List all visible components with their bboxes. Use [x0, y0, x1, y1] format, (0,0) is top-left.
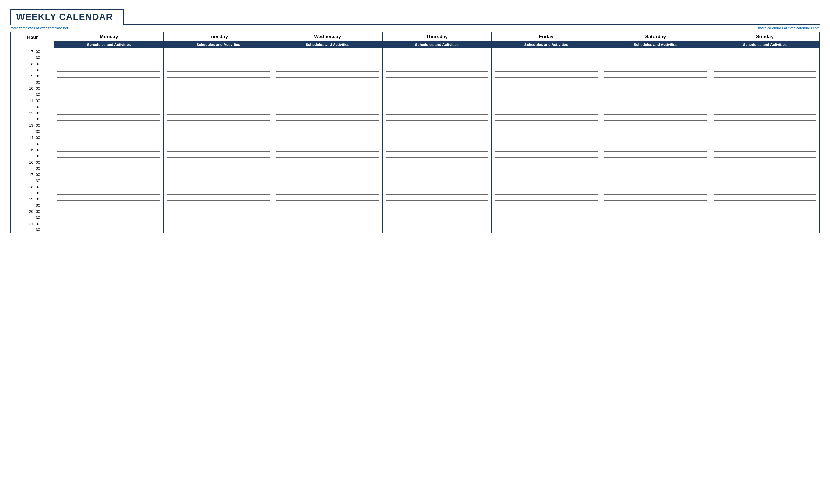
schedule-slot[interactable]: [273, 177, 382, 183]
schedule-slot[interactable]: [54, 140, 163, 147]
schedule-slot[interactable]: [710, 54, 820, 61]
schedule-slot[interactable]: [164, 202, 273, 208]
schedule-slot[interactable]: [710, 177, 820, 183]
schedule-slot[interactable]: [382, 147, 491, 153]
schedule-slot[interactable]: [491, 190, 601, 196]
schedule-slot[interactable]: [491, 196, 601, 202]
schedule-slot[interactable]: [164, 140, 273, 147]
schedule-slot[interactable]: [491, 91, 601, 97]
schedule-slot[interactable]: [273, 214, 382, 221]
schedule-slot[interactable]: [491, 183, 601, 190]
schedule-slot[interactable]: [491, 54, 601, 61]
schedule-slot[interactable]: [164, 183, 273, 190]
schedule-slot[interactable]: [491, 214, 601, 221]
schedule-slot[interactable]: [382, 214, 491, 221]
schedule-slot[interactable]: [164, 227, 273, 233]
schedule-slot[interactable]: [710, 48, 820, 54]
schedule-slot[interactable]: [601, 134, 710, 140]
schedule-slot[interactable]: [382, 171, 491, 177]
schedule-slot[interactable]: [164, 48, 273, 54]
schedule-slot[interactable]: [54, 128, 163, 134]
schedule-slot[interactable]: [601, 190, 710, 196]
schedule-slot[interactable]: [54, 214, 163, 221]
schedule-slot[interactable]: [273, 97, 382, 104]
schedule-slot[interactable]: [164, 196, 273, 202]
schedule-slot[interactable]: [382, 116, 491, 122]
schedule-slot[interactable]: [601, 67, 710, 73]
schedule-slot[interactable]: [382, 73, 491, 79]
schedule-slot[interactable]: [601, 122, 710, 128]
schedule-slot[interactable]: [382, 202, 491, 208]
schedule-slot[interactable]: [601, 214, 710, 221]
schedule-slot[interactable]: [710, 104, 820, 110]
schedule-slot[interactable]: [273, 61, 382, 67]
schedule-slot[interactable]: [273, 221, 382, 227]
schedule-slot[interactable]: [601, 202, 710, 208]
schedule-slot[interactable]: [382, 208, 491, 214]
schedule-slot[interactable]: [54, 79, 163, 85]
schedule-slot[interactable]: [164, 110, 273, 116]
schedule-slot[interactable]: [491, 202, 601, 208]
schedule-slot[interactable]: [164, 159, 273, 165]
schedule-slot[interactable]: [273, 91, 382, 97]
schedule-slot[interactable]: [710, 214, 820, 221]
schedule-slot[interactable]: [601, 140, 710, 147]
schedule-slot[interactable]: [54, 97, 163, 104]
schedule-slot[interactable]: [601, 165, 710, 171]
schedule-slot[interactable]: [273, 104, 382, 110]
schedule-slot[interactable]: [710, 97, 820, 104]
schedule-slot[interactable]: [382, 153, 491, 159]
templates-link[interactable]: more templates at exceltemplate.net: [10, 26, 68, 30]
schedule-slot[interactable]: [54, 227, 163, 233]
schedule-slot[interactable]: [54, 159, 163, 165]
schedule-slot[interactable]: [710, 190, 820, 196]
schedule-slot[interactable]: [601, 79, 710, 85]
schedule-slot[interactable]: [164, 134, 273, 140]
schedule-slot[interactable]: [273, 128, 382, 134]
schedule-slot[interactable]: [273, 54, 382, 61]
schedule-slot[interactable]: [491, 104, 601, 110]
schedule-slot[interactable]: [382, 48, 491, 54]
schedule-slot[interactable]: [273, 196, 382, 202]
schedule-slot[interactable]: [382, 79, 491, 85]
schedule-slot[interactable]: [164, 190, 273, 196]
schedule-slot[interactable]: [273, 73, 382, 79]
schedule-slot[interactable]: [54, 153, 163, 159]
schedule-slot[interactable]: [601, 159, 710, 165]
schedule-slot[interactable]: [382, 67, 491, 73]
schedule-slot[interactable]: [54, 110, 163, 116]
schedule-slot[interactable]: [164, 221, 273, 227]
schedule-slot[interactable]: [710, 221, 820, 227]
schedule-slot[interactable]: [54, 61, 163, 67]
schedule-slot[interactable]: [273, 208, 382, 214]
schedule-slot[interactable]: [54, 122, 163, 128]
schedule-slot[interactable]: [382, 122, 491, 128]
schedule-slot[interactable]: [710, 153, 820, 159]
schedule-slot[interactable]: [382, 183, 491, 190]
schedule-slot[interactable]: [710, 122, 820, 128]
schedule-slot[interactable]: [710, 85, 820, 91]
schedule-slot[interactable]: [273, 183, 382, 190]
schedule-slot[interactable]: [601, 48, 710, 54]
schedule-slot[interactable]: [54, 165, 163, 171]
schedule-slot[interactable]: [273, 190, 382, 196]
schedule-slot[interactable]: [601, 147, 710, 153]
schedule-slot[interactable]: [491, 97, 601, 104]
schedule-slot[interactable]: [710, 196, 820, 202]
schedule-slot[interactable]: [54, 190, 163, 196]
schedule-slot[interactable]: [601, 128, 710, 134]
schedule-slot[interactable]: [491, 159, 601, 165]
schedule-slot[interactable]: [382, 91, 491, 97]
schedule-slot[interactable]: [273, 85, 382, 91]
schedule-slot[interactable]: [710, 110, 820, 116]
schedule-slot[interactable]: [710, 159, 820, 165]
schedule-slot[interactable]: [491, 221, 601, 227]
schedule-slot[interactable]: [491, 79, 601, 85]
schedule-slot[interactable]: [601, 196, 710, 202]
schedule-slot[interactable]: [164, 104, 273, 110]
schedule-slot[interactable]: [382, 85, 491, 91]
schedule-slot[interactable]: [54, 147, 163, 153]
schedule-slot[interactable]: [710, 128, 820, 134]
schedule-slot[interactable]: [491, 85, 601, 91]
schedule-slot[interactable]: [710, 202, 820, 208]
